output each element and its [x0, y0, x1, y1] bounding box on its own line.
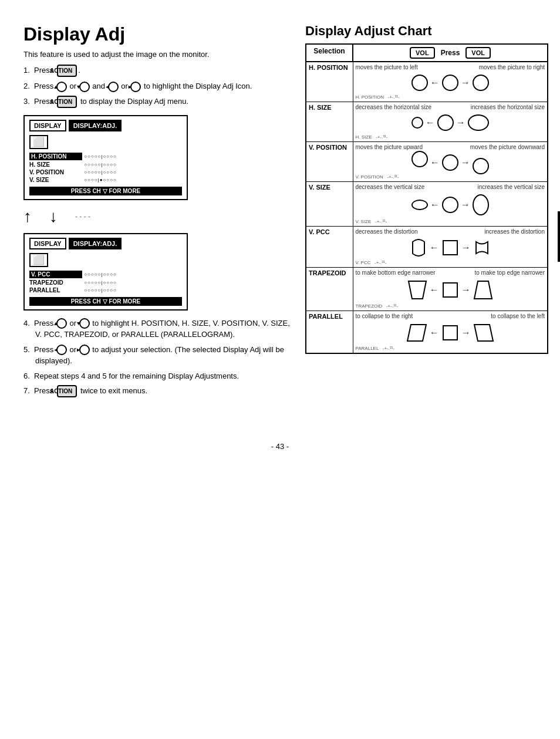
label-vposition: V. POSITION — [306, 142, 353, 182]
label-hposition: H. POSITION — [306, 62, 353, 102]
desc-hsize: decreases the horizontal size increases … — [353, 102, 548, 142]
steps-list: 1. Press ACTION. 2. Press ▲ or ▼ and ◄ o… — [23, 65, 294, 108]
right-column: Display Adjust Chart Selection VOL Press… — [305, 23, 548, 401]
page-number: - 43 - — [0, 442, 560, 451]
intro-text: This feature is used to adjust the image… — [23, 50, 294, 59]
step-4: 4. Press ▲ or ▼ to highlight H. POSITION… — [23, 318, 294, 340]
vol-right-icon: ► — [130, 82, 141, 92]
desc-hposition: moves the picture to left moves the pict… — [353, 62, 548, 102]
normal-shape-parallel — [441, 324, 459, 342]
up-arrow: ↑ — [23, 207, 32, 226]
normal-shape-trap — [441, 281, 459, 299]
normal-shape-vpcc — [441, 239, 459, 257]
label-hsize: H. SIZE — [306, 102, 353, 142]
shape-hsize: ← → — [356, 112, 545, 133]
parallel-right-lean — [406, 323, 427, 342]
menu-row-parallel: PARALLEL ○○○○○|○○○○ — [29, 287, 182, 293]
svg-marker-6 — [474, 325, 493, 341]
svg-marker-1 — [409, 281, 426, 299]
row-hsize: H. SIZE decreases the horizontal size in… — [306, 102, 548, 142]
label-vsize: V. SIZE — [306, 182, 353, 227]
down-icon: ▼ — [79, 82, 90, 92]
shape-vsize: ← → — [356, 192, 545, 218]
chart-header-row: Selection VOL Press VOL — [306, 44, 548, 62]
up-icon: ▲ — [56, 82, 67, 92]
chart-title: Display Adjust Chart — [305, 23, 548, 39]
row-vsize: V. SIZE decreases the vertical size incr… — [306, 182, 548, 227]
svg-rect-5 — [443, 326, 457, 340]
shape-vposition: ← → — [356, 152, 545, 173]
menu-title-inactive-2: DISPLAY — [29, 238, 66, 249]
menu-icon-box-1: ⬜ — [29, 135, 48, 149]
label-parallel: PARALLEL — [306, 311, 353, 354]
menu-title-bar-1: DISPLAY DISPLAY:ADJ. — [29, 120, 182, 131]
svg-marker-4 — [407, 325, 426, 341]
label-vpcc: V. PCC — [306, 227, 353, 268]
label-trapezoid: TRAPEZOID — [306, 268, 353, 311]
menu-bottom-bar-1: PRESS CH ▽ FOR MORE — [29, 187, 182, 195]
vol-left-icon: ◄ — [108, 82, 119, 92]
vol-left-btn[interactable]: VOL — [410, 47, 435, 59]
left-column: Display Adj This feature is used to adju… — [23, 23, 294, 401]
svg-marker-3 — [474, 281, 492, 299]
menu-title-active-2: DISPLAY:ADJ. — [69, 238, 122, 249]
down-arrow: ↓ — [49, 207, 58, 226]
step-3: 3. Press ACTION to display the Display A… — [23, 96, 294, 108]
menu-row-trap: TRAPEZOID ○○○○○|○○○○ — [29, 279, 182, 286]
svg-rect-2 — [443, 283, 457, 297]
menu-bottom-bar-2: PRESS CH ▽ FOR MORE — [29, 297, 182, 306]
menu-row-vpcc: V. PCC ○○○○○|○○○○ — [29, 271, 182, 278]
step-5: 5. Press ◄ or ► to adjust your selection… — [23, 344, 294, 367]
press-label: Press — [441, 49, 460, 57]
row-vposition: V. POSITION moves the picture upward mov… — [306, 142, 548, 182]
down-icon-4: ▼ — [79, 318, 90, 329]
barrel-left-shape — [410, 239, 427, 257]
row-hposition: H. POSITION moves the picture to left mo… — [306, 62, 548, 102]
vol-right-icon-5: ► — [79, 345, 90, 355]
page-title: Display Adj — [23, 23, 294, 45]
chart-table: Selection VOL Press VOL H. POSITION — [305, 43, 548, 354]
vol-right-btn[interactable]: VOL — [465, 47, 491, 59]
action-btn-3[interactable]: ACTION — [57, 96, 77, 108]
steps-4-7: 4. Press ▲ or ▼ to highlight H. POSITION… — [23, 318, 294, 398]
parallel-left-lean — [473, 323, 494, 342]
vol-left-icon-5: ◄ — [56, 345, 67, 355]
step-6: 6. Repeat steps 4 and 5 for the remainin… — [23, 370, 294, 382]
row-parallel: PARALLEL to collapse to the right to col… — [306, 311, 548, 354]
shape-hposition: ← → — [356, 72, 545, 93]
row-vpcc: V. PCC decreases the distortion increase… — [306, 227, 548, 268]
action-btn-7[interactable]: ACTION — [57, 385, 77, 397]
menu-row-hpos: H. POSITION ○○○○○|○○○○ — [29, 153, 182, 160]
selection-header: Selection — [306, 44, 353, 62]
menu-box-1: DISPLAY DISPLAY:ADJ. ⬜ H. POSITION ○○○○○… — [23, 115, 188, 200]
menu-box-2: DISPLAY DISPLAY:ADJ. ⬜ V. PCC ○○○○○|○○○○… — [23, 233, 188, 311]
trap-bottom-narrow — [407, 280, 427, 300]
step-2: 2. Press ▲ or ▼ and ◄ or ► to highlight … — [23, 80, 294, 92]
menu-row-vsize: V. SIZE ○○○○|●○○○○ — [29, 177, 182, 183]
pc-mode-tab: PC MODE — [558, 211, 560, 262]
menu-title-active-1: DISPLAY:ADJ. — [69, 120, 122, 131]
menu-title-inactive-1: DISPLAY — [29, 120, 66, 131]
svg-rect-0 — [443, 241, 457, 255]
desc-parallel: to collapse to the right to collapse to … — [353, 311, 548, 354]
step-1: 1. Press ACTION. — [23, 65, 294, 77]
arrow-row: ↑ ↓ - - - - — [23, 207, 294, 226]
desc-vposition: moves the picture upward moves the pictu… — [353, 142, 548, 182]
shape-vpcc: ← → — [356, 237, 545, 259]
desc-vsize: decreases the vertical size increases th… — [353, 182, 548, 227]
step-7: 7. Press ACTION twice to exit menus. — [23, 385, 294, 397]
menu-title-bar-2: DISPLAY DISPLAY:ADJ. — [29, 238, 182, 249]
row-trapezoid: TRAPEZOID to make bottom edge narrower t… — [306, 268, 548, 311]
trap-top-narrow — [473, 280, 493, 300]
menu-row-vpos: V. POSITION ○○○○○|○○○○ — [29, 169, 182, 176]
action-btn-1[interactable]: ACTION — [57, 65, 77, 77]
pincushion-shape — [473, 239, 491, 257]
desc-trapezoid: to make bottom edge narrower to make top… — [353, 268, 548, 311]
shape-parallel: ← → — [356, 321, 545, 345]
desc-vpcc: decreases the distortion increases the d… — [353, 227, 548, 268]
press-header: VOL Press VOL — [353, 44, 548, 62]
shape-trapezoid: ← → — [356, 278, 545, 302]
menu-row-hsize: H. SIZE ○○○○○|○○○○ — [29, 161, 182, 168]
up-icon-4: ▲ — [56, 318, 67, 329]
menu-icon-box-2: ⬜ — [29, 253, 48, 267]
